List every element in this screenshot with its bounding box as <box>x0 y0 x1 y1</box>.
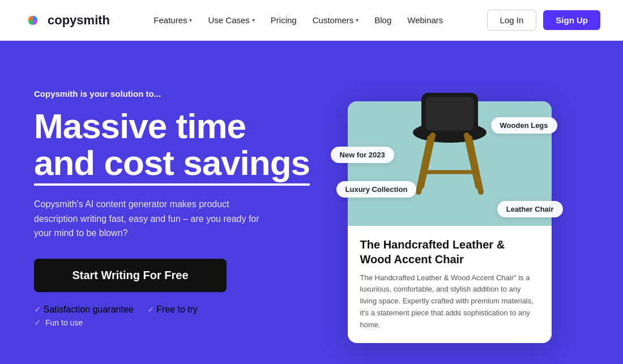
logo-icon <box>23 10 43 31</box>
hero-right: Wooden Legs New for 2023 Luxury Collecti… <box>310 41 589 364</box>
check-row-2: ✓ Fun to use <box>34 318 310 327</box>
chevron-icon: ▾ <box>356 17 359 23</box>
hero-tagline: Copysmith is your solution to... <box>34 89 310 99</box>
check-icon: ✓ <box>34 305 41 314</box>
svg-rect-3 <box>426 97 473 131</box>
headline-line2: and cost savings <box>34 143 310 186</box>
check-row-1: ✓ Satisfaction guarantee ✓ Free to try <box>34 305 310 315</box>
product-description: The Handcrafted Leather & Wood Accent Ch… <box>360 272 539 331</box>
chevron-icon: ▾ <box>252 17 255 23</box>
nav-webinars[interactable]: Webinars <box>407 15 443 25</box>
headline-line1: Massive time <box>34 106 246 145</box>
tag-new-2023: New for 2023 <box>331 147 394 163</box>
check-item-2: ✓ Free to try <box>147 305 198 315</box>
login-button[interactable]: Log In <box>487 10 537 31</box>
cta-button[interactable]: Start Writing For Free <box>34 259 227 292</box>
nav-customers[interactable]: Customers ▾ <box>313 15 359 25</box>
navbar: copysmith Features ▾ Use Cases ▾ Pricing… <box>0 0 623 41</box>
nav-links: Features ▾ Use Cases ▾ Pricing Customers… <box>153 15 443 25</box>
tag-wooden-legs: Wooden Legs <box>491 117 557 134</box>
nav-actions: Log In Sign Up <box>487 10 600 31</box>
hero-left: Copysmith is your solution to... Massive… <box>34 41 310 364</box>
check-icon: ✓ <box>147 305 154 314</box>
product-image-area: Wooden Legs New for 2023 Luxury Collecti… <box>348 101 552 226</box>
nav-use-cases[interactable]: Use Cases ▾ <box>208 15 254 25</box>
product-card: Wooden Legs New for 2023 Luxury Collecti… <box>348 101 552 344</box>
nav-features[interactable]: Features ▾ <box>153 15 192 25</box>
nav-pricing[interactable]: Pricing <box>271 15 297 25</box>
signup-button[interactable]: Sign Up <box>543 10 600 30</box>
logo-text: copysmith <box>48 13 110 28</box>
nav-blog[interactable]: Blog <box>374 15 391 25</box>
tag-luxury-collection: Luxury Collection <box>336 181 417 198</box>
hero-checks: ✓ Satisfaction guarantee ✓ Free to try ✓… <box>34 305 310 327</box>
check-icon: ✓ <box>34 318 41 327</box>
logo[interactable]: copysmith <box>23 10 110 31</box>
tag-leather-chair: Leather Chair <box>497 201 563 217</box>
product-body: The Handcrafted Leather & Wood Accent Ch… <box>348 226 552 344</box>
chevron-icon: ▾ <box>189 17 192 23</box>
hero-description: Copysmith's AI content generator makes p… <box>34 197 272 241</box>
hero-headline: Massive time and cost savings <box>34 108 310 181</box>
product-title: The Handcrafted Leather & Wood Accent Ch… <box>360 237 539 267</box>
hero-section: Copysmith is your solution to... Massive… <box>0 41 623 364</box>
check-item-1: ✓ Satisfaction guarantee <box>34 305 134 315</box>
